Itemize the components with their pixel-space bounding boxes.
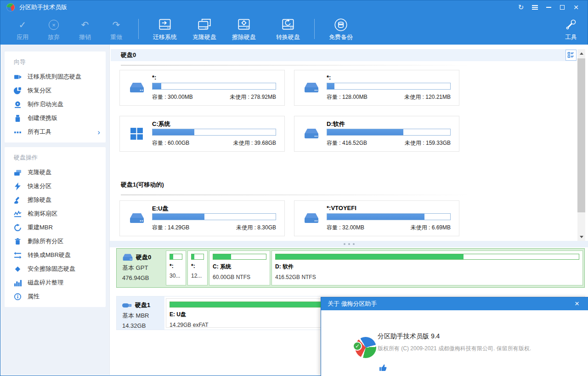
partition-card[interactable]: D:软件 容量 : 416.52GB 未使用 : 159.33GB <box>294 116 459 152</box>
map-partition[interactable]: D: 软件 416.52GB NTFS <box>271 251 583 285</box>
disk0-map-row[interactable]: 硬盘0 基本 GPT 476.94GB *: 30... *: 12... C:… <box>116 248 585 288</box>
windows-logo-icon <box>129 127 145 140</box>
scroll-down-button[interactable] <box>577 233 585 241</box>
sidebar-item-rebuild-mbr[interactable]: 重建MBR <box>5 221 106 234</box>
usage-bar <box>327 83 451 90</box>
pane-splitter[interactable] <box>110 241 588 247</box>
sidebar-item-bad-sector[interactable]: 检测坏扇区 <box>5 207 106 221</box>
redo-button[interactable]: ↷ 重做 <box>101 14 132 45</box>
undo-button[interactable]: ↶ 撤销 <box>69 14 101 45</box>
partition-name: D:软件 <box>327 120 345 128</box>
free-label: 未使用 : 120.21MB <box>404 93 451 101</box>
free-label: 未使用 : 8.30GB <box>236 224 276 232</box>
free-backup-button[interactable]: 免费备份 <box>321 14 361 45</box>
dialog-close-button[interactable]: × <box>571 297 582 310</box>
sidebar-section-title: 硬盘操作 <box>5 149 106 165</box>
sidebar-item-properties[interactable]: 属性 <box>5 290 106 303</box>
sidebar-item-delete-partitions[interactable]: 删除所有分区 <box>5 234 106 248</box>
about-dialog-titlebar: 关于 傲梅分区助手 <box>321 297 588 310</box>
scroll-up-button[interactable] <box>577 49 585 57</box>
sidebar-section-title: 向导 <box>5 53 106 70</box>
partition-name: *: <box>152 74 156 81</box>
partition-card[interactable]: *: 容量 : 128.00MB 未使用 : 120.21MB <box>294 70 459 106</box>
check-icon: ✓ <box>19 18 27 32</box>
usage-bar <box>327 129 451 136</box>
sidebar-item-defrag[interactable]: 磁盘碎片整理 <box>5 276 106 290</box>
undo-icon: ↶ <box>81 18 89 32</box>
wipe-disk-icon <box>236 18 252 32</box>
map-partition[interactable]: C: 系统 60.00GB NTFS <box>209 251 270 285</box>
portable-version-icon <box>14 114 22 122</box>
disk1-group-header: 硬盘1(可移动的) <box>121 181 164 189</box>
sidebar-wizards-card: 向导 迁移系统到固态硬盘 恢复分区 制作启动光盘 创建便携版 所有工具 › <box>5 51 106 142</box>
divider <box>121 194 474 195</box>
backup-icon <box>333 18 349 32</box>
all-tools-icon <box>14 128 22 136</box>
window-controls: ↻ × <box>514 0 583 14</box>
map-partition[interactable]: *: 12... <box>187 251 208 285</box>
menu-icon[interactable] <box>528 0 542 14</box>
partition-name: E:U盘 <box>152 205 168 213</box>
clone-disk-icon <box>197 18 212 32</box>
minimize-button[interactable] <box>542 0 555 14</box>
partition-card[interactable]: E:U盘 容量 : 14.29GB 未使用 : 8.30GB <box>119 200 285 236</box>
usage-bar <box>327 213 451 220</box>
usb-icon <box>122 302 132 309</box>
apply-button[interactable]: ✓ 应用 <box>7 14 38 45</box>
refresh-icon[interactable]: ↻ <box>514 0 528 14</box>
disk0-map-label: 硬盘0 基本 GPT 476.94GB <box>117 249 164 287</box>
sidebar: 向导 迁移系统到固态硬盘 恢复分区 制作启动光盘 创建便携版 所有工具 › <box>1 45 110 375</box>
capacity-label: 容量 : 14.29GB <box>152 224 189 232</box>
scrollbar-thumb[interactable] <box>577 58 585 212</box>
disk-overview-panel: 硬盘0 *: 容量 : 300.00MB 未使用 : 278.92MB *: 容… <box>110 45 588 241</box>
view-toggle-button[interactable] <box>565 50 577 61</box>
disk1-map-label: 硬盘1 基本 MBR 14.32GB <box>117 296 164 330</box>
partition-card[interactable]: C:系统 容量 : 60.00GB 未使用 : 39.68GB <box>119 116 285 152</box>
toolbar-separator <box>138 19 139 39</box>
capacity-label: 容量 : 300.00MB <box>152 93 193 101</box>
sidebar-item-quick-partition[interactable]: 快速分区 <box>5 179 106 193</box>
quick-partition-icon <box>14 182 22 190</box>
rebuild-mbr-icon <box>14 224 22 232</box>
partition-card[interactable]: *:VTOYEFI 容量 : 32.00MB 未使用 : 6.69MB <box>294 200 459 236</box>
secure-erase-icon <box>14 265 22 273</box>
sidebar-item-portable-version[interactable]: 创建便携版 <box>5 111 106 125</box>
sidebar-disk-operations-card: 硬盘操作 克隆硬盘 快速分区 擦除硬盘 检测坏扇区 重建MBR <box>5 147 106 307</box>
capacity-label: 容量 : 32.00MB <box>327 224 364 232</box>
toolbar: ✓ 应用 × 放弃 ↶ 撤销 ↷ 重做 迁移系统 <box>0 14 588 45</box>
sidebar-item-recover-partition[interactable]: 恢复分区 <box>5 84 106 97</box>
disk-size: 14.32GB <box>122 322 164 329</box>
sidebar-item-clone-disk[interactable]: 克隆硬盘 <box>5 165 106 179</box>
copyright-text: 版权所有 (C) 2009-2021 成都傲梅科技有限公司. 保留所有版权. <box>378 345 531 353</box>
sidebar-item-convert-mbr[interactable]: 转换成MBR硬盘 <box>5 248 106 262</box>
defrag-icon <box>14 279 22 287</box>
disk-icon <box>129 81 145 94</box>
close-button[interactable]: × <box>569 0 583 14</box>
discard-button[interactable]: × 放弃 <box>38 14 69 45</box>
sidebar-item-migrate-ssd[interactable]: 迁移系统到固态硬盘 <box>5 70 106 84</box>
wipe-disk-icon <box>14 196 22 204</box>
disk-type: 基本 GPT <box>122 264 164 272</box>
sidebar-item-wipe-disk[interactable]: 擦除硬盘 <box>5 193 106 207</box>
vertical-scrollbar[interactable] <box>577 49 585 241</box>
usage-bar <box>152 83 276 90</box>
migrate-system-button[interactable]: 迁移系统 <box>145 14 185 45</box>
map-partition[interactable]: *: 30... <box>166 251 186 285</box>
wrench-icon <box>565 19 577 32</box>
convert-mbr-icon <box>14 251 22 259</box>
properties-icon <box>14 293 22 301</box>
sidebar-item-all-tools[interactable]: 所有工具 › <box>5 125 106 139</box>
partition-card[interactable]: *: 容量 : 300.00MB 未使用 : 278.92MB <box>119 70 285 106</box>
migrate-ssd-icon <box>14 73 22 81</box>
convert-disk-button[interactable]: 转换硬盘 <box>268 14 308 45</box>
sidebar-item-secure-erase[interactable]: 安全擦除固态硬盘 <box>5 262 106 276</box>
free-label: 未使用 : 159.33GB <box>405 139 451 147</box>
tools-button[interactable]: 工具 <box>558 14 584 45</box>
clone-disk-button[interactable]: 克隆硬盘 <box>185 14 224 45</box>
maximize-button[interactable] <box>555 0 569 14</box>
wipe-disk-button[interactable]: 擦除硬盘 <box>224 14 264 45</box>
disk-icon <box>129 212 145 225</box>
usage-bar <box>152 213 276 220</box>
aomei-logo-icon: ✓ <box>355 337 376 358</box>
sidebar-item-bootable-cd[interactable]: 制作启动光盘 <box>5 97 106 111</box>
